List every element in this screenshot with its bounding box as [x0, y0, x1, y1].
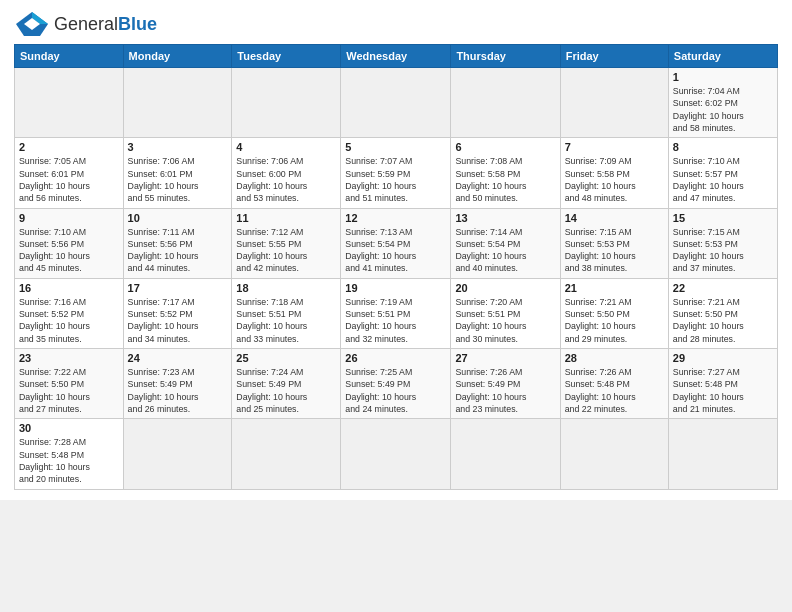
weekday-header-sunday: Sunday: [15, 45, 124, 68]
day-number: 11: [236, 212, 336, 224]
calendar-cell: 15Sunrise: 7:15 AM Sunset: 5:53 PM Dayli…: [668, 208, 777, 278]
weekday-header-wednesday: Wednesday: [341, 45, 451, 68]
day-info: Sunrise: 7:12 AM Sunset: 5:55 PM Dayligh…: [236, 226, 336, 275]
day-info: Sunrise: 7:11 AM Sunset: 5:56 PM Dayligh…: [128, 226, 228, 275]
logo-icon: [14, 10, 50, 38]
day-number: 26: [345, 352, 446, 364]
day-info: Sunrise: 7:25 AM Sunset: 5:49 PM Dayligh…: [345, 366, 446, 415]
calendar-cell: 3Sunrise: 7:06 AM Sunset: 6:01 PM Daylig…: [123, 138, 232, 208]
day-number: 6: [455, 141, 555, 153]
day-info: Sunrise: 7:17 AM Sunset: 5:52 PM Dayligh…: [128, 296, 228, 345]
calendar-cell: 27Sunrise: 7:26 AM Sunset: 5:49 PM Dayli…: [451, 349, 560, 419]
day-info: Sunrise: 7:15 AM Sunset: 5:53 PM Dayligh…: [565, 226, 664, 275]
day-info: Sunrise: 7:27 AM Sunset: 5:48 PM Dayligh…: [673, 366, 773, 415]
calendar-cell: 4Sunrise: 7:06 AM Sunset: 6:00 PM Daylig…: [232, 138, 341, 208]
calendar-cell: 6Sunrise: 7:08 AM Sunset: 5:58 PM Daylig…: [451, 138, 560, 208]
calendar-cell: 5Sunrise: 7:07 AM Sunset: 5:59 PM Daylig…: [341, 138, 451, 208]
calendar-cell: 25Sunrise: 7:24 AM Sunset: 5:49 PM Dayli…: [232, 349, 341, 419]
day-info: Sunrise: 7:10 AM Sunset: 5:57 PM Dayligh…: [673, 155, 773, 204]
logo: GeneralBlue: [14, 10, 157, 38]
calendar-cell: [668, 419, 777, 489]
day-number: 30: [19, 422, 119, 434]
day-info: Sunrise: 7:06 AM Sunset: 6:00 PM Dayligh…: [236, 155, 336, 204]
calendar-cell: 19Sunrise: 7:19 AM Sunset: 5:51 PM Dayli…: [341, 278, 451, 348]
day-number: 18: [236, 282, 336, 294]
day-info: Sunrise: 7:05 AM Sunset: 6:01 PM Dayligh…: [19, 155, 119, 204]
day-info: Sunrise: 7:21 AM Sunset: 5:50 PM Dayligh…: [673, 296, 773, 345]
calendar-cell: 12Sunrise: 7:13 AM Sunset: 5:54 PM Dayli…: [341, 208, 451, 278]
day-info: Sunrise: 7:09 AM Sunset: 5:58 PM Dayligh…: [565, 155, 664, 204]
calendar-cell: 2Sunrise: 7:05 AM Sunset: 6:01 PM Daylig…: [15, 138, 124, 208]
calendar-week-row: 30Sunrise: 7:28 AM Sunset: 5:48 PM Dayli…: [15, 419, 778, 489]
calendar-cell: [451, 419, 560, 489]
day-number: 22: [673, 282, 773, 294]
calendar-cell: 24Sunrise: 7:23 AM Sunset: 5:49 PM Dayli…: [123, 349, 232, 419]
day-number: 28: [565, 352, 664, 364]
calendar-week-row: 9Sunrise: 7:10 AM Sunset: 5:56 PM Daylig…: [15, 208, 778, 278]
calendar-cell: 28Sunrise: 7:26 AM Sunset: 5:48 PM Dayli…: [560, 349, 668, 419]
calendar-cell: 13Sunrise: 7:14 AM Sunset: 5:54 PM Dayli…: [451, 208, 560, 278]
day-number: 12: [345, 212, 446, 224]
weekday-header-tuesday: Tuesday: [232, 45, 341, 68]
day-info: Sunrise: 7:08 AM Sunset: 5:58 PM Dayligh…: [455, 155, 555, 204]
day-number: 10: [128, 212, 228, 224]
calendar-cell: [232, 68, 341, 138]
day-info: Sunrise: 7:23 AM Sunset: 5:49 PM Dayligh…: [128, 366, 228, 415]
day-number: 29: [673, 352, 773, 364]
calendar-cell: 26Sunrise: 7:25 AM Sunset: 5:49 PM Dayli…: [341, 349, 451, 419]
calendar-cell: [341, 68, 451, 138]
day-number: 23: [19, 352, 119, 364]
calendar-cell: 22Sunrise: 7:21 AM Sunset: 5:50 PM Dayli…: [668, 278, 777, 348]
calendar-cell: 14Sunrise: 7:15 AM Sunset: 5:53 PM Dayli…: [560, 208, 668, 278]
calendar-cell: 16Sunrise: 7:16 AM Sunset: 5:52 PM Dayli…: [15, 278, 124, 348]
calendar-cell: [15, 68, 124, 138]
calendar-cell: 30Sunrise: 7:28 AM Sunset: 5:48 PM Dayli…: [15, 419, 124, 489]
day-number: 1: [673, 71, 773, 83]
calendar-cell: [451, 68, 560, 138]
weekday-header-monday: Monday: [123, 45, 232, 68]
day-number: 4: [236, 141, 336, 153]
day-info: Sunrise: 7:18 AM Sunset: 5:51 PM Dayligh…: [236, 296, 336, 345]
day-info: Sunrise: 7:10 AM Sunset: 5:56 PM Dayligh…: [19, 226, 119, 275]
calendar-cell: 17Sunrise: 7:17 AM Sunset: 5:52 PM Dayli…: [123, 278, 232, 348]
header: GeneralBlue: [14, 10, 778, 38]
weekday-header-saturday: Saturday: [668, 45, 777, 68]
calendar-table: SundayMondayTuesdayWednesdayThursdayFrid…: [14, 44, 778, 490]
calendar-cell: [123, 68, 232, 138]
calendar-cell: 8Sunrise: 7:10 AM Sunset: 5:57 PM Daylig…: [668, 138, 777, 208]
day-info: Sunrise: 7:24 AM Sunset: 5:49 PM Dayligh…: [236, 366, 336, 415]
calendar-cell: 21Sunrise: 7:21 AM Sunset: 5:50 PM Dayli…: [560, 278, 668, 348]
day-number: 14: [565, 212, 664, 224]
day-info: Sunrise: 7:22 AM Sunset: 5:50 PM Dayligh…: [19, 366, 119, 415]
calendar-cell: 10Sunrise: 7:11 AM Sunset: 5:56 PM Dayli…: [123, 208, 232, 278]
day-info: Sunrise: 7:26 AM Sunset: 5:48 PM Dayligh…: [565, 366, 664, 415]
day-number: 5: [345, 141, 446, 153]
day-info: Sunrise: 7:20 AM Sunset: 5:51 PM Dayligh…: [455, 296, 555, 345]
day-info: Sunrise: 7:04 AM Sunset: 6:02 PM Dayligh…: [673, 85, 773, 134]
day-info: Sunrise: 7:26 AM Sunset: 5:49 PM Dayligh…: [455, 366, 555, 415]
day-number: 19: [345, 282, 446, 294]
calendar-cell: 9Sunrise: 7:10 AM Sunset: 5:56 PM Daylig…: [15, 208, 124, 278]
day-number: 15: [673, 212, 773, 224]
day-info: Sunrise: 7:14 AM Sunset: 5:54 PM Dayligh…: [455, 226, 555, 275]
calendar-cell: 11Sunrise: 7:12 AM Sunset: 5:55 PM Dayli…: [232, 208, 341, 278]
calendar-cell: 18Sunrise: 7:18 AM Sunset: 5:51 PM Dayli…: [232, 278, 341, 348]
calendar-cell: [560, 68, 668, 138]
day-number: 17: [128, 282, 228, 294]
day-info: Sunrise: 7:07 AM Sunset: 5:59 PM Dayligh…: [345, 155, 446, 204]
day-info: Sunrise: 7:15 AM Sunset: 5:53 PM Dayligh…: [673, 226, 773, 275]
day-number: 21: [565, 282, 664, 294]
calendar-cell: [560, 419, 668, 489]
calendar-cell: 29Sunrise: 7:27 AM Sunset: 5:48 PM Dayli…: [668, 349, 777, 419]
day-info: Sunrise: 7:19 AM Sunset: 5:51 PM Dayligh…: [345, 296, 446, 345]
day-number: 7: [565, 141, 664, 153]
day-number: 2: [19, 141, 119, 153]
calendar-cell: [232, 419, 341, 489]
day-number: 20: [455, 282, 555, 294]
day-number: 8: [673, 141, 773, 153]
weekday-header-row: SundayMondayTuesdayWednesdayThursdayFrid…: [15, 45, 778, 68]
day-number: 24: [128, 352, 228, 364]
calendar-week-row: 1Sunrise: 7:04 AM Sunset: 6:02 PM Daylig…: [15, 68, 778, 138]
calendar-page: GeneralBlue SundayMondayTuesdayWednesday…: [0, 0, 792, 500]
day-number: 25: [236, 352, 336, 364]
